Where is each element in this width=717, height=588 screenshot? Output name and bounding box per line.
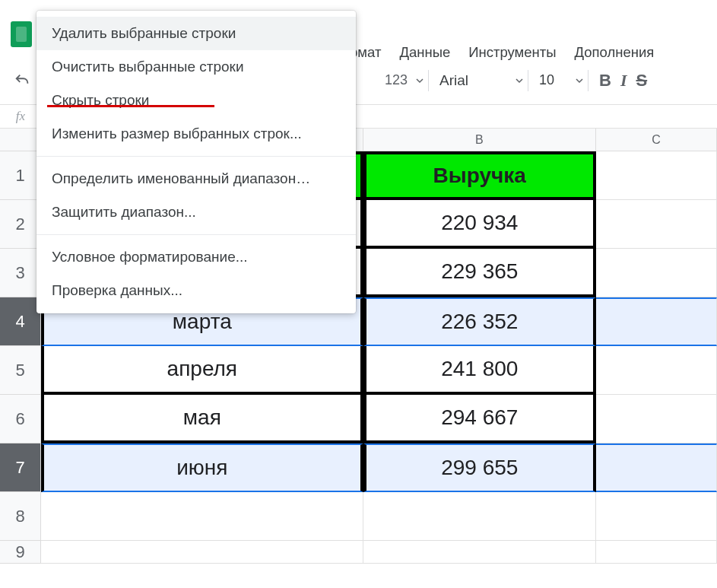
cell-b8[interactable] [363, 492, 596, 541]
separator [588, 70, 589, 91]
table-row: апреля 241 800 [41, 346, 717, 395]
row-header-3[interactable]: 3 [0, 249, 41, 297]
cell-c9[interactable] [596, 541, 717, 564]
select-all-corner[interactable] [0, 129, 41, 151]
ctx-clear-rows[interactable]: Очистить выбранные строки [36, 50, 356, 84]
ctx-cond-format[interactable]: Условное форматирование... [36, 240, 356, 274]
cell-c6[interactable] [596, 395, 717, 443]
column-header-b[interactable]: B [363, 129, 596, 151]
row-header-5[interactable]: 5 [0, 346, 41, 395]
font-name-label: Arial [439, 72, 468, 89]
table-row [41, 492, 717, 541]
bold-button[interactable]: B [599, 71, 611, 91]
ctx-hide-rows[interactable]: Скрыть строки [36, 84, 356, 117]
cell-a5[interactable]: апреля [41, 346, 363, 395]
font-size-label: 10 [539, 72, 554, 88]
app-root: рмат Данные Инструменты Дополнения 123 A… [0, 0, 717, 588]
column-header-c[interactable]: C [596, 129, 717, 151]
font-family-dropdown[interactable]: Arial [439, 72, 523, 89]
number-format-dropdown[interactable]: 123 [385, 72, 424, 88]
cell-b6[interactable]: 294 667 [363, 395, 596, 443]
chevron-down-icon [576, 77, 583, 84]
row-header-4[interactable]: 4 [0, 297, 41, 346]
row-header-6[interactable]: 6 [0, 395, 41, 443]
cell-c1[interactable] [596, 151, 717, 200]
cell-c4[interactable] [596, 297, 717, 346]
cell-a6[interactable]: мая [41, 395, 363, 443]
ctx-delete-rows[interactable]: Удалить выбранные строки [36, 17, 356, 50]
undo-icon[interactable] [14, 72, 30, 89]
cell-b1[interactable]: Выручка [363, 151, 596, 200]
row-header-9[interactable]: 9 [0, 541, 41, 564]
font-size-dropdown[interactable]: 10 [539, 72, 583, 88]
cell-a8[interactable] [41, 492, 363, 541]
divider [36, 234, 356, 235]
ctx-data-validation[interactable]: Проверка данных... [36, 274, 356, 307]
context-menu: Удалить выбранные строки Очистить выбран… [36, 11, 356, 313]
row-header-8[interactable]: 8 [0, 492, 41, 541]
chevron-down-icon [516, 77, 523, 84]
fx-label: fx [0, 109, 41, 124]
cell-a7[interactable]: июня [41, 443, 363, 492]
cell-c2[interactable] [596, 200, 717, 249]
annotation-underline [47, 105, 214, 107]
separator [528, 70, 528, 91]
row-header-7[interactable]: 7 [0, 443, 41, 492]
table-row: июня 299 655 [41, 443, 717, 492]
number-format-label: 123 [385, 72, 408, 88]
separator [428, 70, 429, 91]
cell-c3[interactable] [596, 249, 717, 297]
cell-a9[interactable] [41, 541, 363, 564]
table-row: мая 294 667 [41, 395, 717, 443]
italic-button[interactable]: I [620, 71, 627, 91]
cell-b9[interactable] [363, 541, 596, 564]
ctx-named-range[interactable]: Определить именованный диапазон… [36, 162, 356, 195]
cell-b4[interactable]: 226 352 [363, 297, 596, 346]
strikethrough-button[interactable]: S [636, 71, 648, 91]
sheets-logo-icon [11, 21, 32, 47]
divider [36, 156, 356, 157]
cell-c7[interactable] [596, 443, 717, 492]
cell-b3[interactable]: 229 365 [363, 249, 596, 297]
row-header-2[interactable]: 2 [0, 200, 41, 249]
cell-c5[interactable] [596, 346, 717, 395]
cell-b7[interactable]: 299 655 [363, 443, 596, 492]
table-row [41, 541, 717, 564]
ctx-protect-range[interactable]: Защитить диапазон... [36, 195, 356, 229]
cell-b5[interactable]: 241 800 [363, 346, 596, 395]
ctx-resize-rows[interactable]: Изменить размер выбранных строк... [36, 117, 356, 151]
cell-c8[interactable] [596, 492, 717, 541]
cell-b2[interactable]: 220 934 [363, 200, 596, 249]
row-headers: 1 2 3 4 5 6 7 8 9 [0, 151, 41, 564]
row-header-1[interactable]: 1 [0, 151, 41, 200]
chevron-down-icon [416, 77, 424, 84]
